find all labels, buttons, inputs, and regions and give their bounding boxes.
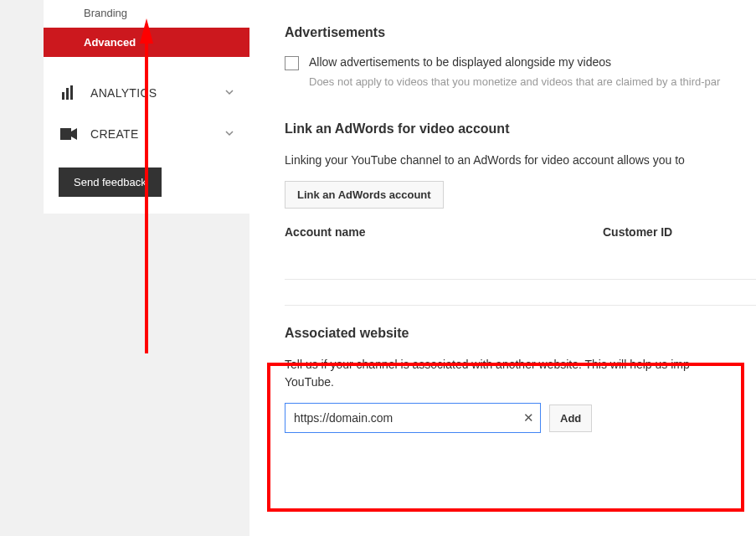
link-adwords-button[interactable]: Link an AdWords account bbox=[285, 181, 444, 209]
adwords-table-header: Account name Customer ID bbox=[285, 225, 756, 245]
advertisements-section: Advertisements Allow advertisements to b… bbox=[285, 25, 756, 88]
chevron-down-icon bbox=[224, 128, 234, 141]
associated-website-desc: Tell us if your channel is associated wi… bbox=[285, 356, 739, 391]
ads-hint: Does not apply to videos that you moneti… bbox=[309, 75, 756, 88]
send-feedback-button[interactable]: Send feedback bbox=[59, 168, 162, 197]
col-account-name: Account name bbox=[285, 225, 603, 239]
advertisements-title: Advertisements bbox=[285, 25, 756, 40]
sidebar-item-advanced[interactable]: Advanced bbox=[44, 28, 249, 57]
analytics-icon bbox=[59, 85, 79, 100]
website-url-input-wrap: ✕ bbox=[285, 403, 541, 433]
associated-website-section: Associated website Tell us if your chann… bbox=[285, 326, 756, 433]
svg-rect-3 bbox=[60, 128, 71, 140]
clear-input-icon[interactable]: ✕ bbox=[523, 410, 534, 425]
sidebar-item-branding[interactable]: Branding bbox=[44, 0, 249, 28]
allow-ads-checkbox[interactable] bbox=[285, 56, 299, 70]
sidebar: Branding Advanced ANALYTICS CREATE bbox=[0, 0, 249, 536]
sidebar-section-create[interactable]: CREATE bbox=[44, 114, 249, 154]
divider bbox=[285, 279, 756, 280]
sidebar-section-analytics[interactable]: ANALYTICS bbox=[44, 72, 249, 114]
col-customer-id: Customer ID bbox=[603, 225, 672, 239]
adwords-section: Link an AdWords for video account Linkin… bbox=[285, 121, 756, 280]
associated-website-title: Associated website bbox=[285, 326, 739, 341]
adwords-title: Link an AdWords for video account bbox=[285, 121, 756, 137]
main-content: Advertisements Allow advertisements to b… bbox=[249, 0, 756, 536]
adwords-desc: Linking your YouTube channel to an AdWor… bbox=[285, 152, 756, 169]
create-icon bbox=[59, 128, 79, 140]
create-label: CREATE bbox=[90, 127, 224, 141]
website-url-input[interactable] bbox=[285, 403, 541, 433]
svg-rect-1 bbox=[66, 88, 69, 100]
svg-rect-0 bbox=[62, 92, 64, 100]
analytics-label: ANALYTICS bbox=[90, 86, 224, 100]
allow-ads-label: Allow advertisements to be displayed alo… bbox=[309, 55, 611, 69]
divider bbox=[285, 305, 756, 306]
add-website-button[interactable]: Add bbox=[549, 405, 592, 432]
sidebar-panel: Branding Advanced ANALYTICS CREATE bbox=[44, 0, 249, 214]
svg-rect-2 bbox=[70, 85, 73, 100]
chevron-down-icon bbox=[224, 87, 234, 100]
